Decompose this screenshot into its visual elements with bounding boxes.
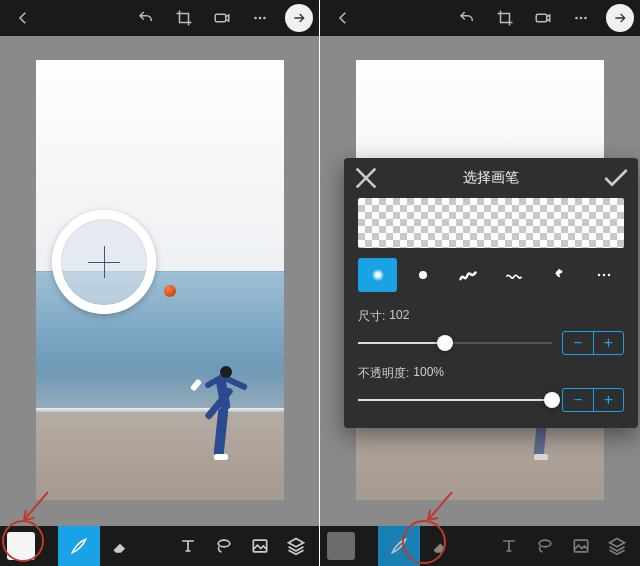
undo-button[interactable] xyxy=(129,0,163,36)
svg-rect-0 xyxy=(215,14,226,22)
photo-person xyxy=(186,360,256,470)
more-button[interactable] xyxy=(564,0,598,36)
more-icon xyxy=(251,9,269,27)
eraser-tool-button[interactable] xyxy=(100,526,142,566)
svg-point-6 xyxy=(575,17,578,20)
screenshot-left xyxy=(0,0,320,566)
svg-point-8 xyxy=(584,17,587,20)
top-bar xyxy=(320,0,640,36)
opacity-slider[interactable] xyxy=(358,399,552,401)
more-icon xyxy=(572,9,590,27)
layers-icon xyxy=(286,536,306,556)
bottom-bar xyxy=(0,526,319,566)
brush-soft-round[interactable] xyxy=(358,258,397,292)
text-tool-button[interactable] xyxy=(171,526,205,566)
text-icon xyxy=(178,536,198,556)
opacity-minus-button[interactable]: − xyxy=(563,389,593,411)
text-tool-button[interactable] xyxy=(492,526,526,566)
opacity-label: 不透明度: xyxy=(358,365,409,382)
more-button[interactable] xyxy=(243,0,277,36)
undo-icon xyxy=(458,9,476,27)
camera-button[interactable] xyxy=(205,0,239,36)
screenshot-right: 选择画笔 尺寸: 102 xyxy=(320,0,640,566)
arrow-right-icon xyxy=(291,10,307,26)
brush-cursor-ring[interactable] xyxy=(52,210,156,314)
eraser-tool-button[interactable] xyxy=(420,526,462,566)
svg-point-2 xyxy=(259,17,262,20)
brush-splatter[interactable] xyxy=(539,258,578,292)
hard-round-icon xyxy=(419,271,427,279)
scribble-icon xyxy=(458,265,478,285)
color-swatch xyxy=(327,532,355,560)
brush-tool-button[interactable] xyxy=(58,526,100,566)
arrow-right-icon xyxy=(612,10,628,26)
svg-rect-4 xyxy=(253,540,266,552)
svg-point-11 xyxy=(608,274,611,277)
brush-type-row xyxy=(344,258,638,304)
next-button[interactable] xyxy=(285,4,313,32)
layers-icon xyxy=(607,536,627,556)
bottom-bar xyxy=(320,526,640,566)
layers-button[interactable] xyxy=(279,526,313,566)
size-label: 尺寸: xyxy=(358,308,385,325)
size-minus-button[interactable]: − xyxy=(563,332,593,354)
size-row: 尺寸: 102 − + xyxy=(344,304,638,361)
splatter-icon xyxy=(549,265,569,285)
brush-icon xyxy=(69,536,89,556)
brush-tool-button[interactable] xyxy=(378,526,420,566)
image-tool-button[interactable] xyxy=(564,526,598,566)
lasso-icon xyxy=(535,536,555,556)
next-button[interactable] xyxy=(606,4,634,32)
image-icon xyxy=(250,536,270,556)
modal-header: 选择画笔 xyxy=(344,158,638,198)
crop-icon xyxy=(496,9,514,27)
image-icon xyxy=(571,536,591,556)
camera-icon xyxy=(534,9,552,27)
brush-hard-round[interactable] xyxy=(403,258,442,292)
size-value: 102 xyxy=(389,308,409,325)
brush-wave[interactable] xyxy=(494,258,533,292)
lasso-icon xyxy=(214,536,234,556)
close-icon xyxy=(350,162,382,194)
image-tool-button[interactable] xyxy=(243,526,277,566)
back-button[interactable] xyxy=(326,0,360,36)
undo-button[interactable] xyxy=(450,0,484,36)
camera-button[interactable] xyxy=(526,0,560,36)
crop-icon xyxy=(175,9,193,27)
opacity-value: 100% xyxy=(413,365,444,382)
svg-point-1 xyxy=(254,17,257,20)
svg-rect-12 xyxy=(574,540,587,552)
brush-picker-modal: 选择画笔 尺寸: 102 xyxy=(344,158,638,428)
lasso-tool-button[interactable] xyxy=(528,526,562,566)
svg-point-9 xyxy=(598,274,601,277)
back-button[interactable] xyxy=(6,0,40,36)
opacity-plus-button[interactable]: + xyxy=(593,389,623,411)
svg-point-7 xyxy=(580,17,583,20)
size-plus-button[interactable]: + xyxy=(593,332,623,354)
layers-button[interactable] xyxy=(600,526,634,566)
svg-point-3 xyxy=(263,17,266,20)
brush-icon xyxy=(389,536,409,556)
size-slider[interactable] xyxy=(358,342,552,344)
photo-ball xyxy=(164,285,176,297)
modal-close-button[interactable] xyxy=(350,162,382,194)
svg-rect-5 xyxy=(536,14,547,22)
brush-scribble[interactable] xyxy=(449,258,488,292)
crop-button[interactable] xyxy=(488,0,522,36)
wave-icon xyxy=(504,265,524,285)
text-icon xyxy=(499,536,519,556)
svg-point-10 xyxy=(603,274,606,277)
photo-canvas[interactable] xyxy=(36,60,284,500)
undo-icon xyxy=(137,9,155,27)
size-stepper: − + xyxy=(562,331,624,355)
eraser-icon xyxy=(431,536,451,556)
crop-button[interactable] xyxy=(167,0,201,36)
opacity-row: 不透明度: 100% − + xyxy=(344,361,638,418)
modal-confirm-button[interactable] xyxy=(600,162,632,194)
chevron-left-icon xyxy=(334,9,352,27)
lasso-tool-button[interactable] xyxy=(207,526,241,566)
modal-title: 选择画笔 xyxy=(382,169,600,187)
color-swatch-button[interactable] xyxy=(0,526,42,566)
brush-dotted[interactable] xyxy=(585,258,624,292)
color-swatch-button[interactable] xyxy=(320,526,362,566)
